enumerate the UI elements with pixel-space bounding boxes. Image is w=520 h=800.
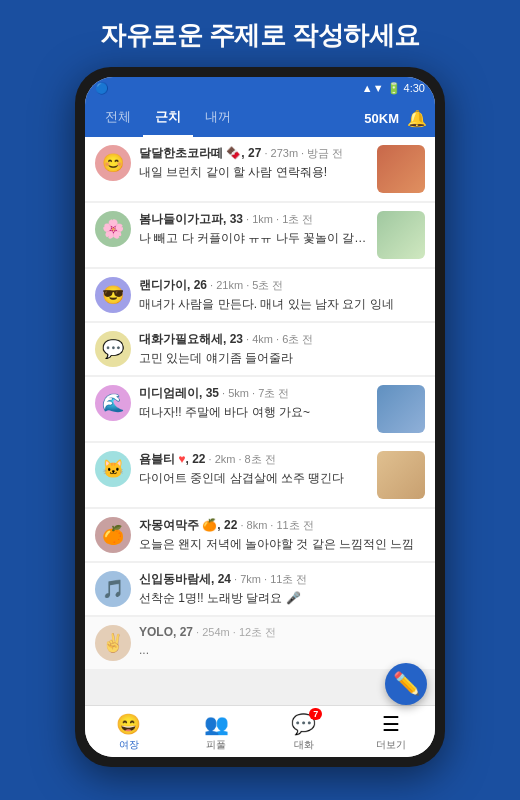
feed-text: 다이어트 중인데 삼겹살에 쏘주 땡긴다	[139, 470, 369, 487]
feed-meta: 봄나들이가고파, 33 · 1km · 1초 전	[139, 211, 369, 228]
feed-thumbnail	[377, 145, 425, 193]
people-icon: 👥	[204, 712, 229, 736]
feed-text: 선착순 1명!! 노래방 달려요 🎤	[139, 590, 425, 607]
feed-meta: 대화가필요해세, 23 · 4km · 6초 전	[139, 331, 425, 348]
feed-item[interactable]: 🎵 신입동바람세, 24 · 7km · 11초 전 선착순 1명!! 노래방 …	[85, 563, 435, 615]
avatar: 🌸	[95, 211, 131, 247]
feed-content: YOLO, 27 · 254m · 12초 전 ...	[139, 625, 425, 659]
tab-all[interactable]: 전체	[93, 99, 143, 137]
tab-mine[interactable]: 내꺼	[193, 99, 243, 137]
avatar: 😊	[95, 145, 131, 181]
chat-badge-container: 💬 7	[291, 712, 316, 736]
feed-item[interactable]: 🌸 봄나들이가고파, 33 · 1km · 1초 전 나 빼고 다 커플이야 ㅠ…	[85, 203, 435, 267]
avatar: 🌊	[95, 385, 131, 421]
nav-label-more: 더보기	[376, 738, 406, 752]
avatar: 🎵	[95, 571, 131, 607]
feed-list: 😊 달달한초코라떼 🍫, 27 · 273m · 방금 전 내일 브런치 같이 …	[85, 137, 435, 705]
feed-content: 랜디가이, 26 · 21km · 5초 전 매녀가 사람을 만든다. 매녀 있…	[139, 277, 425, 313]
distance-filter[interactable]: 50KM	[364, 111, 399, 126]
nav-label-chat: 대화	[294, 738, 314, 752]
status-app-icon: 🔵	[95, 82, 109, 95]
feed-thumbnail	[377, 385, 425, 433]
compose-fab[interactable]: ✏️	[385, 663, 427, 705]
status-right: ▲▼ 🔋 4:30	[362, 82, 425, 95]
feed-content: 달달한초코라떼 🍫, 27 · 273m · 방금 전 내일 브런치 같이 할 …	[139, 145, 369, 181]
feed-content: 자몽여막주 🍊, 22 · 8km · 11초 전 오늘은 왠지 저녁에 놀아야…	[139, 517, 425, 553]
phone-device: 🔵 ▲▼ 🔋 4:30 전체 근치 내꺼 50KM 🔔	[75, 67, 445, 767]
feed-content: 욤블티 ♥, 22 · 2km · 8초 전 다이어트 중인데 삼겹살에 쏘주 …	[139, 451, 369, 487]
avatar: 🍊	[95, 517, 131, 553]
feed-thumbnail	[377, 211, 425, 259]
feed-item[interactable]: 😊 달달한초코라떼 🍫, 27 · 273m · 방금 전 내일 브런치 같이 …	[85, 137, 435, 201]
feed-content: 봄나들이가고파, 33 · 1km · 1초 전 나 빼고 다 커플이야 ㅠㅠ …	[139, 211, 369, 247]
status-bar: 🔵 ▲▼ 🔋 4:30	[85, 77, 435, 99]
feed-meta: 달달한초코라떼 🍫, 27 · 273m · 방금 전	[139, 145, 369, 162]
feed-item[interactable]: 🌊 미디엄레이, 35 · 5km · 7초 전 떠나자!! 주말에 바다 여행…	[85, 377, 435, 441]
feed-item[interactable]: ✌️ YOLO, 27 · 254m · 12초 전 ...	[85, 617, 435, 669]
feed-content: 대화가필요해세, 23 · 4km · 6초 전 고민 있는데 얘기좀 들어줄라	[139, 331, 425, 367]
feed-text: 내일 브런치 같이 할 사람 연락줘용!	[139, 164, 369, 181]
signal-icon: ▲▼	[362, 82, 384, 94]
bottom-navigation: 😄 여장 👥 피풀 💬 7 대화 ☰ 더보기	[85, 705, 435, 757]
tab-nearby[interactable]: 근치	[143, 99, 193, 137]
feed-meta: 랜디가이, 26 · 21km · 5초 전	[139, 277, 425, 294]
feed-meta: 자몽여막주 🍊, 22 · 8km · 11초 전	[139, 517, 425, 534]
feed-text: ...	[139, 642, 425, 659]
nav-item-chat[interactable]: 💬 7 대화	[260, 706, 348, 757]
feed-text: 나 빼고 다 커플이야 ㅠㅠ 나두 꽃놀이 갈래요	[139, 230, 369, 247]
top-banner: 자유로운 주제로 작성하세요	[0, 0, 520, 67]
nav-item-people[interactable]: 👥 피풀	[173, 706, 261, 757]
nav-label-feed: 여장	[119, 738, 139, 752]
nav-item-more[interactable]: ☰ 더보기	[348, 706, 436, 757]
feed-text: 매녀가 사람을 만든다. 매녀 있는 남자 요기 잉네	[139, 296, 425, 313]
feed-meta: 신입동바람세, 24 · 7km · 11초 전	[139, 571, 425, 588]
feed-item[interactable]: 🐱 욤블티 ♥, 22 · 2km · 8초 전 다이어트 중인데 삼겹살에 쏘…	[85, 443, 435, 507]
chat-badge: 7	[309, 708, 322, 720]
avatar: 😎	[95, 277, 131, 313]
time-display: 4:30	[404, 82, 425, 94]
feed-item[interactable]: 🍊 자몽여막주 🍊, 22 · 8km · 11초 전 오늘은 왠지 저녁에 놀…	[85, 509, 435, 561]
feed-item[interactable]: 😎 랜디가이, 26 · 21km · 5초 전 매녀가 사람을 만든다. 매녀…	[85, 269, 435, 321]
nav-item-feed[interactable]: 😄 여장	[85, 706, 173, 757]
feed-content: 신입동바람세, 24 · 7km · 11초 전 선착순 1명!! 노래방 달려…	[139, 571, 425, 607]
banner-text: 자유로운 주제로 작성하세요	[20, 18, 500, 53]
avatar: ✌️	[95, 625, 131, 661]
feed-text: 오늘은 왠지 저녁에 놀아야할 것 같은 느낌적인 느낌	[139, 536, 425, 553]
avatar: 🐱	[95, 451, 131, 487]
feed-icon: 😄	[116, 712, 141, 736]
feed-meta: 욤블티 ♥, 22 · 2km · 8초 전	[139, 451, 369, 468]
nav-tabs: 전체 근치 내꺼 50KM 🔔	[85, 99, 435, 137]
bell-icon[interactable]: 🔔	[407, 109, 427, 128]
feed-thumbnail	[377, 451, 425, 499]
phone-screen: 🔵 ▲▼ 🔋 4:30 전체 근치 내꺼 50KM 🔔	[85, 77, 435, 757]
feed-meta: 미디엄레이, 35 · 5km · 7초 전	[139, 385, 369, 402]
feed-meta: YOLO, 27 · 254m · 12초 전	[139, 625, 425, 640]
feed-text: 떠나자!! 주말에 바다 여행 가요~	[139, 404, 369, 421]
battery-icon: 🔋	[387, 82, 401, 95]
feed-content: 미디엄레이, 35 · 5km · 7초 전 떠나자!! 주말에 바다 여행 가…	[139, 385, 369, 421]
status-left: 🔵	[95, 82, 109, 95]
more-icon: ☰	[382, 712, 400, 736]
nav-label-people: 피풀	[206, 738, 226, 752]
feed-item[interactable]: 💬 대화가필요해세, 23 · 4km · 6초 전 고민 있는데 얘기좀 들어…	[85, 323, 435, 375]
avatar: 💬	[95, 331, 131, 367]
feed-text: 고민 있는데 얘기좀 들어줄라	[139, 350, 425, 367]
